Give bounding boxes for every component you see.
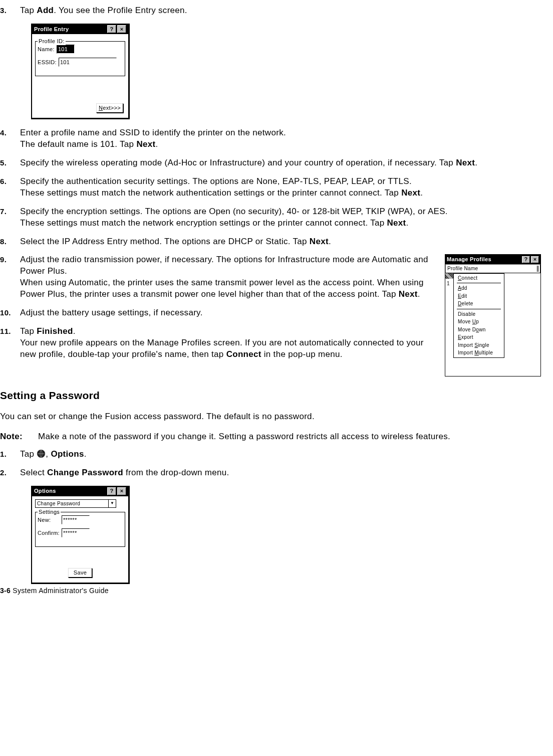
step-11-text: Tap Finished. Your new profile appears o… (20, 326, 441, 360)
dialog-titlebar: Profile Entry ? × (32, 24, 128, 34)
menu-connect[interactable]: Connect (454, 274, 504, 282)
step-number: 6. (0, 176, 20, 199)
step-number: 3. (0, 5, 20, 17)
menu-import-single[interactable]: Import Single (454, 341, 504, 349)
step-number: 4. (0, 127, 20, 150)
dialog-title: Options (34, 487, 106, 495)
step-10-text: Adjust the battery usage settings, if ne… (20, 307, 441, 319)
menu-add[interactable]: Add (454, 284, 504, 292)
step-9-text: Adjust the radio transmission power, if … (20, 254, 441, 300)
step-6-text: Specify the authentication security sett… (20, 176, 541, 199)
step-number: 1. (0, 449, 20, 460)
globe-icon (37, 449, 46, 458)
new-label: New: (38, 516, 60, 524)
help-button[interactable]: ? (107, 25, 116, 33)
step-number: 9. (0, 254, 20, 300)
step-5-text: Specify the wireless operating mode (Ad-… (20, 157, 541, 169)
step-number: 10. (0, 307, 20, 319)
column-header[interactable]: Profile Name (445, 264, 540, 273)
name-input[interactable]: 101 (57, 45, 75, 54)
name-label: Name: (38, 46, 55, 53)
step-3-text: Tap Add. You see the Profile Entry scree… (20, 5, 541, 17)
chevron-down-icon[interactable]: ▼ (108, 500, 116, 508)
help-button[interactable]: ? (522, 256, 530, 263)
options-dialog: Options ? × Change Password ▼ Settings N… (31, 486, 130, 584)
close-button[interactable]: × (531, 256, 539, 263)
step-number: 8. (0, 236, 20, 248)
fieldset-legend: Profile ID: (38, 38, 66, 45)
save-button[interactable]: Save (68, 568, 92, 578)
step-number: 7. (0, 206, 20, 229)
settings-group: Settings New: ****** Confirm: ****** (35, 512, 125, 547)
menu-move-down[interactable]: Move Down (454, 326, 504, 334)
manage-profiles-dialog: Manage Profiles ? × Profile Name 1 Conne… (445, 254, 541, 376)
menu-export[interactable]: Export (454, 333, 504, 341)
profile-id-group: Profile ID: Name: 101 ESSID: 101 (35, 41, 125, 76)
menu-delete[interactable]: Delete (454, 300, 504, 308)
options-dropdown[interactable]: Change Password ▼ (35, 499, 116, 508)
menu-disable[interactable]: Disable (454, 310, 504, 318)
menu-edit[interactable]: Edit (454, 292, 504, 300)
context-menu: Connect Add Edit Delete Disable Move Up … (453, 273, 504, 358)
pw-step-1: Tap , Options. (20, 449, 541, 460)
new-password-input[interactable]: ****** (62, 515, 90, 524)
page-footer: 3-6 System Administrator's Guide (0, 586, 541, 596)
menu-import-multiple[interactable]: Import Multiple (454, 349, 504, 357)
confirm-label: Confirm: (38, 529, 60, 537)
step-7-text: Specify the encryption settings. The opt… (20, 206, 541, 229)
close-button[interactable]: × (117, 487, 126, 495)
dialog-titlebar: Manage Profiles ? × (445, 255, 540, 264)
dialog-titlebar: Options ? × (32, 486, 128, 496)
step-number: 11. (0, 326, 20, 360)
section-paragraph: You can set or change the Fusion access … (0, 411, 541, 423)
essid-label: ESSID: (38, 59, 57, 66)
essid-input[interactable]: 101 (59, 58, 117, 67)
close-button[interactable]: × (117, 25, 126, 33)
step-number: 2. (0, 467, 20, 479)
step-4-text: Enter a profile name and SSID to identif… (20, 127, 541, 150)
pw-step-2: Select Change Password from the drop-dow… (20, 467, 541, 479)
step-number: 5. (0, 157, 20, 169)
step-8-text: Select the IP Address Entry method. The … (20, 236, 541, 248)
dialog-title: Manage Profiles (447, 256, 521, 263)
confirm-password-input[interactable]: ****** (62, 528, 90, 537)
fieldset-legend: Settings (38, 508, 61, 516)
menu-move-up[interactable]: Move Up (454, 318, 504, 326)
profile-entry-dialog: Profile Entry ? × Profile ID: Name: 101 … (31, 24, 130, 119)
note-text: Make a note of the password if you chang… (38, 431, 450, 443)
section-heading: Setting a Password (0, 389, 541, 403)
next-button[interactable]: Next>>> (96, 103, 123, 113)
dialog-title: Profile Entry (34, 26, 106, 33)
help-button[interactable]: ? (107, 487, 116, 495)
note-label: Note: (0, 431, 38, 443)
